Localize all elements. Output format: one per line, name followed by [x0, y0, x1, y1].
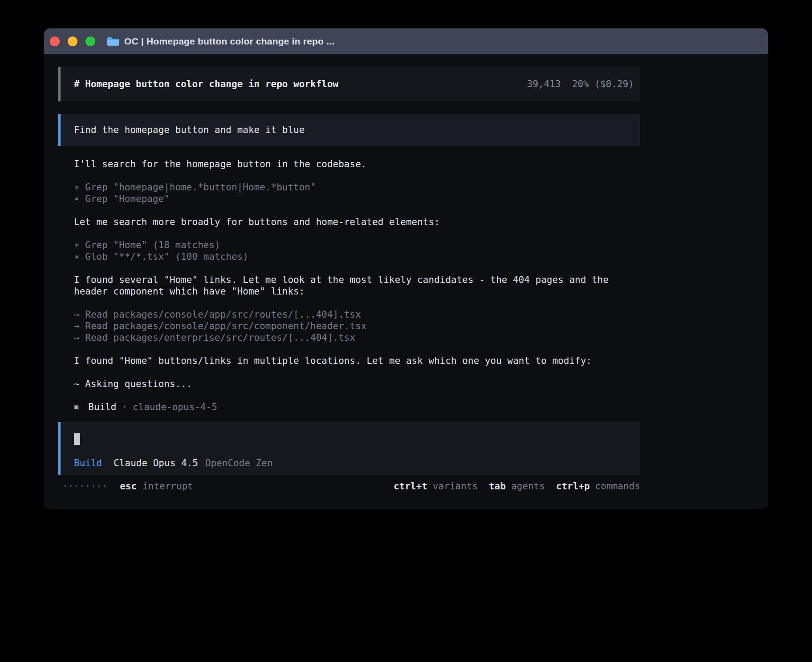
blank-line	[74, 367, 626, 378]
traffic-lights	[50, 36, 95, 46]
status-bar-right: ctrl+t variants tab agents ctrl+p comman…	[394, 481, 640, 492]
session-header: # Homepage button color change in repo w…	[58, 67, 640, 101]
tool-call-line: ∗ Glob "**/*.tsx" (100 matches)	[74, 251, 626, 262]
assistant-text-line: Let me search more broadly for buttons a…	[74, 216, 626, 228]
user-message: Find the homepage button and make it blu…	[58, 114, 640, 146]
shortcut-label: commands	[595, 481, 640, 492]
shortcut-label: variants	[433, 481, 478, 492]
shortcut-variants: ctrl+t variants	[394, 481, 478, 492]
agent-separator: ·	[122, 401, 127, 413]
shortcut-label: agents	[511, 481, 545, 492]
folder-icon	[107, 36, 119, 46]
tool-call-line: ∗ Grep "homepage|home.*button|Home.*butt…	[74, 182, 626, 193]
window-title: OC | Homepage button color change in rep…	[124, 36, 334, 47]
session-stats: 39,413 20% ($0.29)	[527, 79, 634, 89]
status-bar: ········ esc interrupt ctrl+t variants t…	[58, 480, 640, 492]
tool-call-line: ∗ Grep "Home" (18 matches)	[74, 239, 626, 251]
text-cursor	[74, 433, 80, 445]
assistant-text-line: I'll search for the homepage button in t…	[74, 158, 626, 170]
mode-badge: Build	[74, 457, 102, 469]
terminal-content: # Homepage button color change in repo w…	[58, 67, 640, 492]
shortcut-key: ctrl+p	[556, 481, 590, 492]
status-bar-left: ········ esc interrupt	[62, 481, 193, 492]
titlebar[interactable]: OC | Homepage button color change in rep…	[44, 28, 768, 54]
tool-call-line: → Read packages/console/app/src/componen…	[74, 320, 626, 332]
model-name: Claude Opus 4.5	[114, 457, 198, 469]
assistant-text-line: I found "Home" buttons/links in multiple…	[74, 355, 626, 367]
zoom-button[interactable]	[85, 36, 95, 46]
user-message-text: Find the homepage button and make it blu…	[74, 125, 304, 135]
conversation: I'll search for the homepage button in t…	[58, 158, 626, 390]
blank-line	[74, 170, 626, 182]
interrupt-label: interrupt	[142, 481, 193, 492]
agent-name: Build	[88, 401, 116, 413]
blank-line	[74, 343, 626, 355]
blank-line	[74, 228, 626, 239]
shortcut-key: ctrl+t	[394, 481, 427, 492]
interrupt-key: esc	[120, 481, 137, 492]
provider-name: OpenCode Zen	[205, 457, 273, 469]
close-button[interactable]	[50, 36, 60, 46]
agent-icon: ▣	[74, 401, 78, 413]
agent-model: claude-opus-4-5	[133, 401, 217, 413]
assistant-status-line: ~ Asking questions...	[74, 378, 626, 390]
agent-status-row: ▣ Build · claude-opus-4-5	[58, 401, 640, 413]
input-meta: Build Claude Opus 4.5 OpenCode Zen	[74, 457, 273, 469]
session-title: # Homepage button color change in repo w…	[74, 79, 338, 89]
terminal-window: OC | Homepage button color change in rep…	[44, 28, 768, 508]
shortcut-agents: tab agents	[489, 481, 545, 492]
minimize-button[interactable]	[68, 36, 77, 46]
blank-line	[74, 205, 626, 216]
tool-call-line: ∗ Grep "Homepage"	[74, 193, 626, 205]
blank-line	[74, 297, 626, 309]
spinner-dots: ········	[62, 481, 107, 492]
shortcut-commands: ctrl+p commands	[556, 481, 640, 492]
shortcut-key: tab	[489, 481, 506, 492]
tool-call-line: → Read packages/console/app/src/routes/[…	[74, 309, 626, 320]
blank-line	[74, 262, 626, 274]
assistant-text-line: I found several "Home" links. Let me loo…	[74, 274, 626, 297]
prompt-input[interactable]: Build Claude Opus 4.5 OpenCode Zen	[58, 422, 640, 475]
tool-call-line: → Read packages/enterprise/src/routes/[.…	[74, 332, 626, 343]
